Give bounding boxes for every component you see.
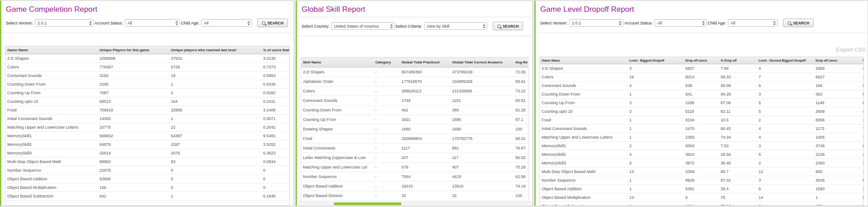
table-cell: 13510 <box>450 182 514 191</box>
table-cell: 407 <box>450 163 514 172</box>
table-cell: Counting Up From <box>301 115 373 125</box>
column-header: Unique Players for this game <box>98 46 169 54</box>
child-age-select[interactable]: All <box>201 19 252 27</box>
table-cell: 6 <box>757 150 814 159</box>
table-cell: 5 <box>757 99 814 107</box>
search-icon <box>788 21 791 25</box>
table-cell: Food <box>301 134 373 144</box>
table-row: Number Sequence1850987.023364584.81 <box>540 176 864 185</box>
table-cell: 850 <box>814 168 861 176</box>
table-cell: 65.81 <box>514 96 528 106</box>
table-cell: Object Based Addition <box>301 182 373 191</box>
table-cell: 8014 <box>684 73 719 82</box>
panel-game-level-dropoff-report: Game Level Dropoff Report Select Version… <box>534 0 868 206</box>
table-cell: 73.4 <box>861 125 864 133</box>
version-select[interactable]: 2.0.1 <box>569 19 623 27</box>
criteria-select[interactable]: View by Skill <box>424 22 487 30</box>
table-cell: Food <box>5 106 98 115</box>
filter-label-account-status: Account Status: <box>624 21 653 25</box>
column-header: Level - Second Biggest Dropoff <box>757 57 814 64</box>
table-cell: Letter Matching (Uppercase & Low <box>301 153 373 163</box>
table-cell: 2295 <box>684 99 719 107</box>
table-cell: 569602 <box>98 132 169 140</box>
country-select[interactable]: United States of America <box>331 22 395 30</box>
table-cell: 5391 <box>684 185 719 193</box>
table-row: Colors-28862911221132885673.22 <box>301 87 528 96</box>
search-button[interactable]: SEARCH <box>783 19 814 27</box>
table-cell: Object Based Division <box>301 191 373 201</box>
scrollbar-thumb[interactable] <box>334 202 401 205</box>
table-row: Object Based Addition1539139.45159035.01 <box>540 185 864 193</box>
table-cell: 1151 <box>450 96 514 106</box>
table-cell: 0.0282 <box>261 89 290 97</box>
table-cell: - <box>373 191 400 201</box>
account-status-select[interactable]: All <box>125 19 180 27</box>
table-row: Object Based Subtraction54210.1845 <box>5 192 290 201</box>
table-cell: MemorySkill2 <box>5 140 98 149</box>
table-cell: 14 <box>757 193 814 202</box>
child-age-select[interactable]: All <box>728 19 778 27</box>
table-cell: Object Based Subtraction <box>540 202 627 206</box>
table-cell: 2295 <box>98 80 169 89</box>
table-cell: 78.87 <box>514 144 528 153</box>
table-cell: 4419 <box>450 172 514 182</box>
table-cell: 2350 <box>684 133 719 142</box>
table-row: Counting upto 103511982.115260944.51 <box>540 107 864 116</box>
table-cell: 1680 <box>450 125 514 134</box>
table-cell: 1 <box>814 193 861 202</box>
table-row: Consonant Sounds-1749115165.81 <box>301 96 528 106</box>
table-cell: 3 <box>757 90 814 99</box>
table-cell: 841 <box>684 90 719 99</box>
table-cell: 3 <box>627 107 684 116</box>
table-cell: Object Based Subtraction <box>5 192 98 201</box>
table-row: Object Based Multiplication15600 <box>5 183 290 192</box>
table-cell: 2383 <box>814 159 861 168</box>
table-row: MemorySkill1250047.53337466.09 <box>540 142 864 150</box>
table-cell: 1 <box>627 116 684 125</box>
table-cell: Object Based Addition <box>5 175 98 183</box>
table-cell: 98.22 <box>861 82 864 90</box>
filter-label-child-age: Child Age: <box>181 21 199 25</box>
skill-table: Skill NameCategoryGlobal Total Practiced… <box>301 58 528 206</box>
export-csv-link[interactable]: Export CSV <box>536 47 868 53</box>
table-header-row: Game NameLevel - Biggest DropoffDrop off… <box>540 57 864 64</box>
spinner-icon <box>175 21 178 25</box>
table-cell: Initial Consonant Sounds <box>540 125 627 133</box>
table-cell: Initial Consonant Sounds <box>5 115 98 123</box>
table-cell: 0 <box>169 166 261 175</box>
table-row: Object Based Addition-182101351074.19 <box>301 182 528 191</box>
table-row: MemorySkill26487622873.5252 <box>5 140 290 149</box>
search-button[interactable]: SEARCH <box>257 19 288 27</box>
table-cell: 30.79 <box>861 202 864 206</box>
search-button-label: SEARCH <box>503 24 519 29</box>
table-cell: 64876 <box>98 140 169 149</box>
table-cell: 3 <box>757 142 814 150</box>
table-cell: 3.2406 <box>261 106 290 115</box>
column-header: Global Total Practiced <box>400 58 450 67</box>
table-cell: 72.06 <box>514 67 528 77</box>
table-row: Consonant Sounds453899.08616698.22 <box>540 82 864 90</box>
table-cell: - <box>373 182 400 191</box>
table-cell: 706819 <box>98 106 169 115</box>
account-status-select[interactable]: All <box>655 19 707 27</box>
select-value: View by Skill <box>427 24 449 29</box>
table-cell: 3824 <box>684 150 719 159</box>
table-cell: 1 <box>627 185 684 193</box>
search-button[interactable]: SEARCH <box>493 22 524 30</box>
horizontal-scrollbar[interactable] <box>298 202 532 206</box>
table-cell: Matching Upper and Lowercase Letters <box>5 123 98 132</box>
table-cell: 94.28 <box>719 90 757 99</box>
table-cell: 1148 <box>814 99 861 107</box>
table-cell: 776587 <box>98 63 169 72</box>
table-cell: Consonant Sounds <box>5 72 98 80</box>
table-cell: 4 <box>757 133 814 142</box>
table-row: Consonant Sounds3192190.5953 <box>5 72 290 80</box>
table-cell: - <box>373 163 400 172</box>
column-header: Category <box>373 58 400 67</box>
spinner-icon <box>247 21 250 25</box>
table-cell: 0.1845 <box>261 192 290 201</box>
table-cell: 58.91 <box>514 77 528 87</box>
version-select[interactable]: 2.0.1 <box>35 19 94 27</box>
table-cell: 2105 <box>814 150 861 159</box>
table-cell: 3645 <box>814 176 861 185</box>
